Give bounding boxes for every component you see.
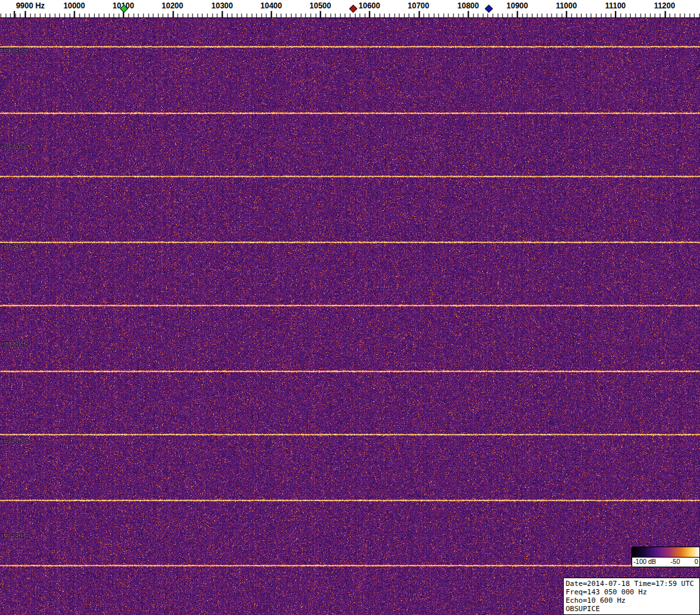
freq-label-11100: 11100 bbox=[605, 1, 626, 10]
time-label-195845: 19:58:45 bbox=[1, 340, 29, 348]
colorbar-min-label: -100 dB bbox=[633, 558, 656, 565]
freq-label-10400: 10400 bbox=[260, 1, 282, 10]
frequency-axis-header: 9900 Hz 10000 10100 10200 10300 10400 10… bbox=[0, 0, 700, 18]
info-date-line: Date=2014-07-18 Time=17:59 UTC bbox=[566, 580, 697, 588]
info-station-line: OBSUPICE bbox=[566, 605, 697, 613]
time-label-195815: 19:58:15 bbox=[1, 532, 29, 539]
info-echo-line: Echo=10 600 Hz bbox=[566, 596, 697, 605]
freq-label-10500: 10500 bbox=[309, 1, 331, 10]
spectrogram-app: 9900 Hz 10000 10100 10200 10300 10400 10… bbox=[0, 0, 700, 615]
freq-label-10300: 10300 bbox=[211, 1, 232, 10]
colorbar-labels: -100 dB -50 0 bbox=[632, 558, 699, 567]
time-label-195900: 19:59:00 bbox=[1, 242, 29, 250]
freq-label-9900: 9900 Hz bbox=[16, 1, 45, 10]
freq-label-11200: 11200 bbox=[654, 1, 675, 10]
frequency-major-ticks bbox=[0, 11, 700, 17]
time-label-195930: 19:59:30 bbox=[1, 46, 29, 54]
colorbar-mid-label: -50 bbox=[671, 558, 680, 565]
colorbar-legend: -100 dB -50 0 bbox=[632, 547, 700, 567]
spectrogram-canvas[interactable] bbox=[0, 18, 700, 615]
freq-label-10600: 10600 bbox=[358, 1, 380, 10]
info-freq-line: Freq=143 050 000 Hz bbox=[566, 588, 697, 596]
freq-label-10200: 10200 bbox=[161, 1, 183, 10]
colorbar-gradient bbox=[632, 547, 699, 558]
freq-label-10800: 10800 bbox=[457, 1, 479, 10]
freq-label-10900: 10900 bbox=[506, 1, 528, 10]
freq-label-11000: 11000 bbox=[556, 1, 577, 10]
time-label-195915: 19:59:15 bbox=[1, 143, 29, 151]
time-label-195830: 19:58:30 bbox=[1, 438, 29, 445]
spectrogram-area[interactable]: 19:59:30 19:59:15 19:59:00 19:58:45 19:5… bbox=[0, 18, 700, 615]
freq-label-10700: 10700 bbox=[407, 1, 429, 10]
colorbar-max-label: 0 bbox=[694, 558, 698, 565]
freq-label-10000: 10000 bbox=[63, 1, 85, 10]
observation-info-box: Date=2014-07-18 Time=17:59 UTC Freq=143 … bbox=[563, 578, 700, 615]
